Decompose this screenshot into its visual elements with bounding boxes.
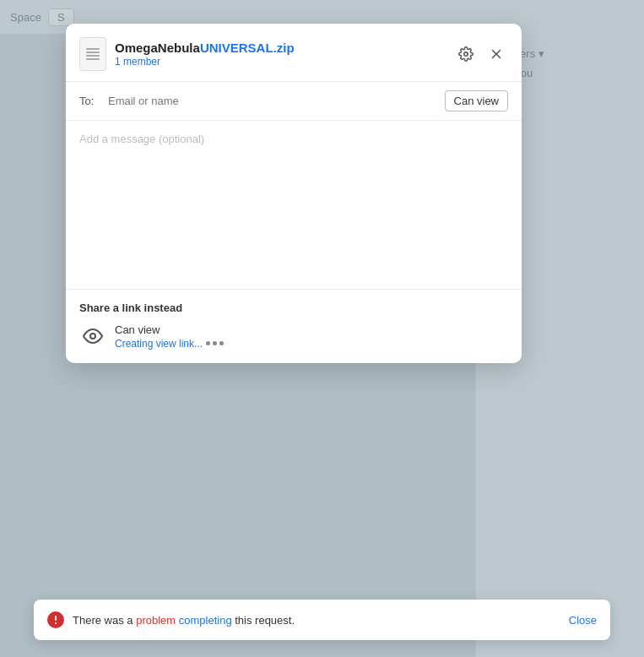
file-icon-line-3 [86, 55, 100, 57]
file-icon-line-1 [86, 48, 100, 50]
member-count: 1 member [115, 56, 446, 68]
share-link-info: Can view Creating view link... [115, 323, 224, 350]
file-icon-lines [86, 48, 100, 60]
share-link-status-text: Creating view link... [115, 338, 203, 350]
error-text-completing: completing [179, 614, 232, 627]
loading-dots [206, 341, 224, 345]
eye-icon-wrapper [79, 323, 106, 350]
close-icon [489, 46, 504, 62]
share-link-section: Share a link instead Can view Creating v… [66, 290, 522, 363]
svg-rect-6 [55, 622, 57, 624]
modal-title: OmegaNebulaUNIVERSAL.zip [115, 41, 446, 55]
email-name-input[interactable] [108, 95, 436, 107]
settings-button[interactable] [454, 42, 478, 66]
file-icon [79, 37, 106, 71]
share-modal: OmegaNebulaUNIVERSAL.zip 1 member To: Ca… [66, 24, 522, 363]
file-icon-line-2 [86, 52, 100, 53]
to-row: To: Can view [66, 82, 522, 121]
share-link-title: Share a link instead [79, 301, 508, 314]
eye-icon [83, 326, 103, 346]
dot-3 [219, 341, 224, 345]
error-text-part1: There was a [73, 614, 136, 627]
modal-header: OmegaNebulaUNIVERSAL.zip 1 member [66, 24, 522, 82]
close-button[interactable] [484, 42, 508, 66]
modal-title-group: OmegaNebulaUNIVERSAL.zip 1 member [115, 41, 446, 68]
to-label: To: [79, 95, 100, 107]
svg-point-3 [90, 334, 95, 339]
can-view-button[interactable]: Can view [445, 90, 508, 111]
gear-icon [458, 46, 474, 62]
error-text-part3: this request. [232, 614, 295, 627]
file-name-prefix: OmegaNebula [115, 41, 200, 55]
dot-1 [206, 341, 210, 345]
error-close-button[interactable]: Close [569, 614, 597, 627]
share-link-status: Creating view link... [115, 338, 224, 350]
modal-header-actions [454, 42, 508, 66]
svg-point-0 [464, 52, 468, 57]
file-icon-line-4 [86, 58, 100, 60]
share-link-row: Can view Creating view link... [79, 323, 508, 350]
error-text-problem: problem [136, 614, 176, 627]
error-circle-icon [47, 611, 64, 628]
dot-2 [213, 341, 217, 345]
message-placeholder: Add a message (optional) [79, 133, 204, 145]
share-link-permission: Can view [115, 323, 224, 336]
file-name-suffix: UNIVERSAL.zip [200, 41, 295, 55]
message-area[interactable]: Add a message (optional) [66, 121, 522, 290]
error-icon [47, 611, 64, 628]
error-message: There was a problem completing this requ… [73, 614, 560, 627]
error-toast: There was a problem completing this requ… [34, 600, 610, 640]
svg-rect-5 [55, 616, 57, 621]
